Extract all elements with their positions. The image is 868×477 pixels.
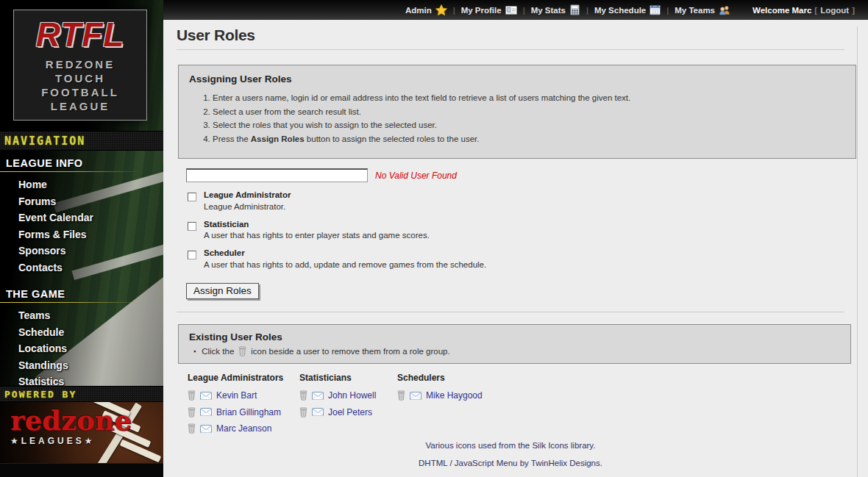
email-user-icon[interactable] [200,425,212,433]
sidebar-item-schedule[interactable]: Schedule [0,324,163,341]
group-icon [719,5,730,15]
assigning-user-roles-panel: Assigning User Roles Enter a users name,… [178,65,856,159]
sidebar-item-contacts[interactable]: Contacts [0,259,163,276]
title-divider [177,49,844,50]
topbar-item-label: My Profile [461,6,502,15]
rtfl-logo-acronym: RTFL [36,18,125,51]
role-option-statistician: Statistician A user that has rights to e… [188,220,857,241]
redzone-logo-name: redzone [10,406,132,434]
page-footer: Various icons used from the Silk Icons l… [163,441,858,477]
powered-by-band: POWERED BY [0,386,163,402]
assign-roles-button[interactable]: Assign Roles [186,283,259,299]
sidebar-item-forums[interactable]: Forums [0,193,163,210]
footer-credit-twinhelix: DHTML / JavaScript Menu by TwinHelix Des… [163,459,858,467]
remove-user-bin-icon[interactable] [188,423,196,434]
user-name-link[interactable]: Kevin Bart [216,390,257,401]
role-description: A user that has rights to enter player s… [204,231,857,240]
search-error-message: No Valid User Found [375,171,457,181]
sidebar-item-standings[interactable]: Standings [0,357,163,374]
bullet-marker: ▪ [193,348,196,355]
topbar-item-my-stats[interactable]: My Stats [531,4,580,15]
sidebar-item-event-calendar[interactable]: Event Calendar [0,209,163,226]
menu-section-league-info: LEAGUE INFO [0,151,163,171]
star-icon [435,4,447,15]
user-name-link[interactable]: Marc Jeanson [216,423,271,434]
section-divider [177,312,844,312]
sidebar-item-locations[interactable]: Locations [0,340,163,357]
step-bold-text: Assign Roles [251,135,305,143]
instruction-step: Enter a users name, login id or email ad… [213,93,855,103]
user-row: John Howell [299,390,397,402]
note-text: Click the [202,347,234,356]
user-row: Brian Gillingham [188,406,299,418]
step-text: Press the [213,135,251,143]
sidebar-item-forms-files[interactable]: Forms & Files [0,226,163,243]
topbar-item-label: My Teams [675,6,715,15]
topbar-item-my-schedule[interactable]: My Schedule [594,4,661,15]
sidebar-item-sponsors[interactable]: Sponsors [0,243,163,259]
assign-panel-title: Assigning User Roles [179,71,855,87]
topbar-item-label: Admin [405,6,432,15]
user-search-input[interactable] [186,168,368,182]
logout-bracket: [ [814,6,817,15]
statistician-checkbox[interactable] [188,222,196,231]
role-name: Scheduler [204,248,857,258]
sidebar-menu: LEAGUE INFO Home Forums Event Calendar F… [0,151,163,396]
league-administrator-checkbox[interactable] [188,193,196,201]
sidebar-item-teams[interactable]: Teams [0,307,163,324]
user-name-link[interactable]: Mike Haygood [426,390,483,401]
redzone-leagues-logo: redzone ★LEAGUES★ [0,402,163,463]
instruction-step: Select the roles that you wish to assign… [213,121,855,130]
remove-user-bin-icon[interactable] [188,407,196,417]
topbar: Admin | My Profile | My Stats | My Sched… [163,0,868,20]
remove-role-note: ▪ Click the icon beside a user to remove… [193,346,840,356]
assign-instructions: Enter a users name, login id or email ad… [213,93,855,144]
rtfl-logo-line: REDZONE [46,57,115,71]
calculator-icon [569,4,580,15]
topbar-item-label: My Schedule [594,6,646,15]
topbar-item-my-teams[interactable]: My Teams [675,5,730,15]
scheduler-checkbox[interactable] [188,251,196,259]
rtfl-logo: RTFL REDZONE TOUCH FOOTBALL LEAGUE [13,10,147,121]
logout-link[interactable]: Logout [820,6,849,15]
rtfl-logo-line: TOUCH [55,71,105,85]
topbar-item-my-profile[interactable]: My Profile [461,5,517,15]
rtfl-logo-line: FOOTBALL [41,85,119,99]
welcome-message: Welcome Marc [753,6,811,15]
vcard-icon [505,5,517,15]
user-name-link[interactable]: Brian Gillingham [216,407,281,417]
email-user-icon[interactable] [312,408,324,416]
logout-bracket: ] [852,6,855,15]
email-user-icon[interactable] [200,408,212,416]
group-title: Statisticians [299,373,397,383]
topbar-separator: | [586,6,588,15]
remove-user-bin-icon[interactable] [299,390,307,401]
topbar-separator: | [453,6,455,15]
calendar-icon [650,4,661,15]
content-inner: User Roles Assigning User Roles Enter a … [163,26,858,477]
topbar-separator: | [523,6,525,15]
role-description: League Administrator. [204,202,857,212]
sidebar-item-home[interactable]: Home [0,176,163,193]
redzone-logo-sub: ★LEAGUES★ [10,436,132,446]
user-name-link[interactable]: John Howell [328,390,376,401]
note-text: icon beside a user to remove them from a… [251,347,449,356]
role-description: A user that has rights to add, update an… [204,260,857,270]
email-user-icon[interactable] [200,392,212,400]
instruction-step: Press the Assign Roles button to assign … [213,135,855,144]
user-row: Kevin Bart [188,390,299,402]
group-title: League Administrators [188,373,299,383]
topbar-item-admin[interactable]: Admin [405,4,447,15]
group-schedulers: Schedulers Mike Haygood [397,373,483,440]
group-league-administrators: League Administrators Kevin Bart Brian G… [188,373,299,440]
user-name-link[interactable]: Joel Peters [328,407,372,417]
step-text: button to assign the selected roles to t… [305,135,480,143]
sidebar-bottom-band [0,463,163,477]
remove-user-bin-icon[interactable] [299,407,307,417]
topbar-separator: | [666,6,669,15]
email-user-icon[interactable] [312,392,324,400]
remove-user-bin-icon[interactable] [188,390,196,401]
user-row: Joel Peters [299,406,397,418]
remove-user-bin-icon[interactable] [397,390,405,401]
email-user-icon[interactable] [410,392,421,400]
